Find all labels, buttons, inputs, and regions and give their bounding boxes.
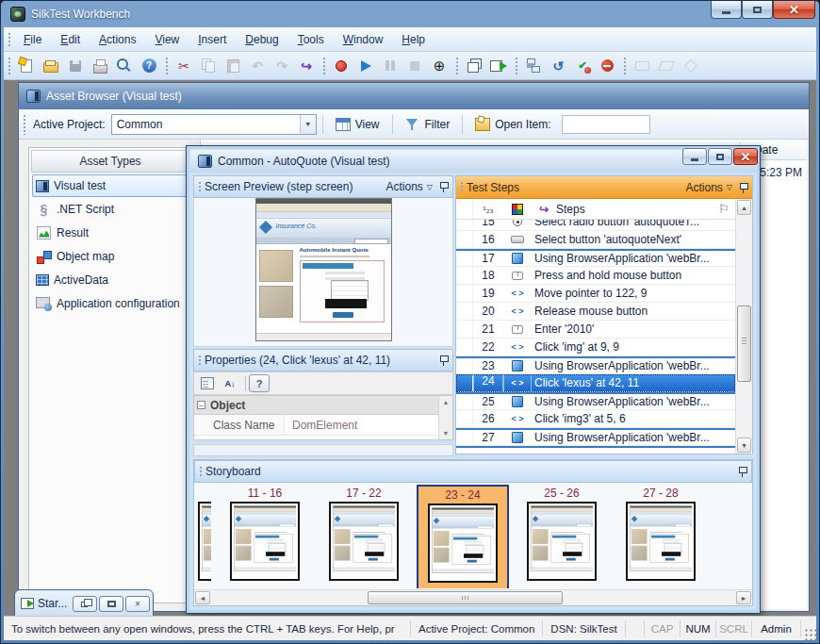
- active-project-combobox[interactable]: Common ▾: [111, 114, 317, 135]
- screen-preview-body[interactable]: Insurance Co.Automobile Instant Quote: [193, 198, 453, 347]
- panel-grip-handle[interactable]: [197, 180, 202, 193]
- screen-preview-actions-button[interactable]: Actions ▽: [385, 180, 433, 193]
- categorized-button[interactable]: [197, 374, 218, 392]
- panel-grip-handle[interactable]: [459, 180, 464, 194]
- test-step-row[interactable]: 27Using BrowserApplication 'webBr...: [456, 428, 735, 446]
- shape-parallelogram-button[interactable]: [655, 55, 678, 77]
- toolbar-grip-handle[interactable]: [7, 56, 11, 75]
- new-button[interactable]: [15, 55, 38, 77]
- pause-button[interactable]: [379, 55, 402, 77]
- test-step-row[interactable]: 23Using BrowserApplication 'webBr...: [456, 356, 735, 374]
- menu-item-help[interactable]: Help: [392, 29, 435, 50]
- test-step-row[interactable]: 21Enter '2010': [456, 321, 735, 339]
- asset-type-visual-test[interactable]: Visual test: [32, 174, 189, 197]
- storyboard-header[interactable]: Storyboard: [194, 460, 752, 483]
- maximize-button[interactable]: [742, 1, 773, 19]
- storyboard-horizontal-scrollbar[interactable]: ◄ ►: [194, 589, 752, 605]
- save-button[interactable]: [64, 55, 87, 77]
- scrollbar-thumb[interactable]: [368, 591, 563, 604]
- menu-item-edit[interactable]: Edit: [51, 29, 90, 50]
- asset-browser-title-bar[interactable]: Asset Browser (Visual test): [19, 83, 809, 109]
- goto-script-column-icon[interactable]: ↪: [532, 203, 556, 216]
- close-button[interactable]: ✕: [773, 1, 815, 19]
- menu-item-insert[interactable]: Insert: [189, 29, 236, 50]
- sync-button[interactable]: ↺: [547, 55, 569, 77]
- menu-item-debug[interactable]: Debug: [236, 29, 287, 50]
- toolbar-grip-handle[interactable]: [622, 56, 627, 75]
- collapse-icon[interactable]: –: [197, 401, 205, 409]
- pin-icon[interactable]: [438, 355, 449, 366]
- toolbar-grip-handle[interactable]: [514, 56, 518, 75]
- pin-icon[interactable]: [438, 181, 449, 192]
- test-step-row[interactable]: 26< >Click 'img3' at 5, 6: [456, 410, 735, 428]
- record-button[interactable]: [330, 55, 353, 77]
- minimize-button[interactable]: [682, 148, 707, 165]
- toolbar-grip-handle[interactable]: [454, 56, 459, 75]
- test-steps-header[interactable]: Test Steps Actions ▽: [456, 176, 752, 199]
- copy-button[interactable]: [197, 55, 220, 77]
- shape-diamond-button[interactable]: [680, 55, 702, 77]
- menu-item-actions[interactable]: Actions: [90, 29, 145, 50]
- steps-column-label[interactable]: Steps: [556, 203, 713, 216]
- step-type-column[interactable]: [503, 204, 532, 215]
- flag-column-icon[interactable]: ⚐: [713, 202, 735, 216]
- scroll-down-icon[interactable]: ▼: [443, 430, 450, 437]
- close-button[interactable]: ×: [125, 596, 150, 612]
- test-step-row[interactable]: 19< >Move pointer to 122, 9: [456, 285, 735, 303]
- test-step-row[interactable]: 22< >Click 'img' at 9, 9: [456, 339, 735, 356]
- test-steps-column-header[interactable]: ¹₂₃ ↪ Steps ⚐: [456, 199, 735, 220]
- test-step-row[interactable]: 25Using BrowserApplication 'webBr...: [456, 392, 735, 410]
- toolbar-grip-handle[interactable]: [321, 56, 326, 75]
- scroll-down-button[interactable]: ▼: [737, 438, 751, 453]
- shape-rect-button[interactable]: [631, 55, 653, 77]
- storyboard-frame-23-24[interactable]: 23 - 24: [417, 485, 509, 588]
- pin-icon[interactable]: [738, 182, 748, 193]
- storyboard-frame-11-16[interactable]: 11 - 16: [219, 485, 311, 581]
- find-button[interactable]: [113, 55, 136, 77]
- alphabetical-sort-button[interactable]: A↓: [220, 374, 240, 392]
- filter-button[interactable]: Filter: [399, 115, 457, 134]
- property-row[interactable]: Class Name DomElement: [194, 415, 452, 436]
- menu-grip-handle[interactable]: [7, 31, 11, 47]
- identify-object-button[interactable]: ⊕: [428, 55, 451, 77]
- open-item-input[interactable]: [562, 115, 650, 134]
- open-button[interactable]: [40, 55, 62, 77]
- resize-grip[interactable]: [803, 627, 816, 640]
- storyboard-frame-27-28[interactable]: 27 - 28: [615, 485, 707, 581]
- scroll-up-icon[interactable]: ▲: [443, 399, 450, 405]
- goto-script-button[interactable]: ↪: [295, 55, 318, 77]
- test-steps-actions-button[interactable]: Actions ▽: [685, 181, 732, 194]
- paste-button[interactable]: [221, 55, 244, 77]
- panel-grip-handle[interactable]: [198, 465, 203, 478]
- scroll-left-button[interactable]: ◄: [195, 591, 210, 604]
- autoquote-title-bar[interactable]: Common - AutoQuote (Visual test): [190, 150, 756, 173]
- properties-header[interactable]: Properties (24, Click 'lexus' at 42, 11): [193, 349, 453, 372]
- menu-item-view[interactable]: View: [145, 29, 189, 50]
- main-title-bar[interactable]: SilkTest Workbench: [4, 3, 816, 25]
- test-step-row[interactable]: 17Using BrowserApplication 'webBr...: [456, 249, 735, 267]
- asset-type-application-configuration[interactable]: Application configuration: [32, 292, 189, 315]
- open-item-button[interactable]: Open Item:: [468, 115, 557, 134]
- asset-type--net-script[interactable]: §.NET Script: [32, 198, 189, 221]
- test-step-row[interactable]: 20< >Release mouse button: [456, 303, 735, 321]
- test-step-row[interactable]: 15Select radio button 'autoquoteT...: [456, 220, 735, 231]
- screen-preview-header[interactable]: Screen Preview (step screen) Actions ▽: [193, 175, 453, 198]
- properties-group-row[interactable]: – Object: [194, 396, 452, 415]
- help-button[interactable]: ?: [138, 55, 160, 77]
- pin-icon[interactable]: [737, 466, 747, 477]
- play-button[interactable]: [354, 55, 377, 77]
- property-value[interactable]: DomElement: [285, 415, 452, 435]
- block-button[interactable]: [596, 55, 618, 77]
- step-hierarchy-button[interactable]: [522, 55, 545, 77]
- test-steps-vertical-scrollbar[interactable]: ▲ ▼: [735, 199, 752, 454]
- step-number-column-icon[interactable]: ¹₂₃: [473, 204, 503, 214]
- properties-help-button[interactable]: ?: [249, 374, 270, 392]
- scroll-right-button[interactable]: ►: [736, 591, 751, 604]
- combo-dropdown-button[interactable]: ▾: [300, 115, 316, 134]
- menu-item-file[interactable]: File: [14, 29, 51, 50]
- asset-type-object-map[interactable]: Object map: [32, 245, 189, 268]
- test-step-row[interactable]: 16Select button 'autoquoteNext': [456, 231, 735, 249]
- toolbar-grip-handle[interactable]: [164, 56, 169, 75]
- undo-button[interactable]: ↶: [246, 55, 269, 77]
- minimize-button[interactable]: [711, 1, 742, 19]
